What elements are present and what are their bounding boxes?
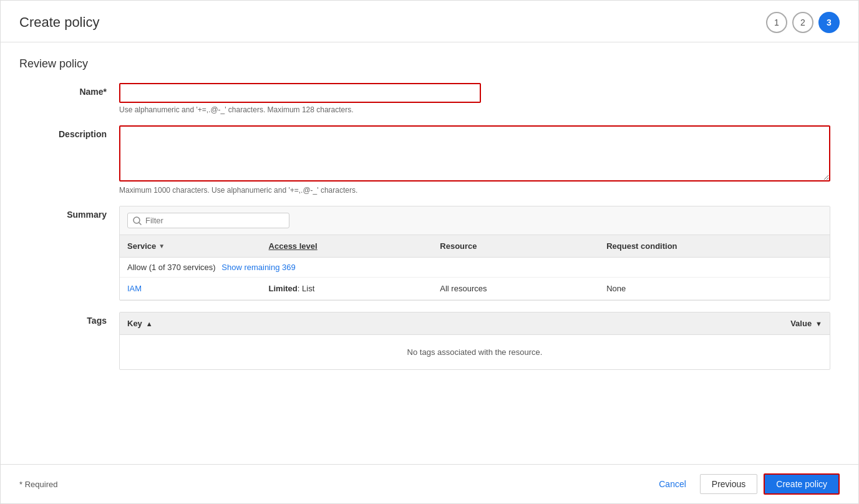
sort-arrow-icon: ▼ xyxy=(158,243,165,250)
name-field-container: Use alphanumeric and '+=,.@-_' character… xyxy=(119,83,840,114)
description-field-container: Maximum 1000 characters. Use alphanumeri… xyxy=(119,125,840,195)
key-column-header[interactable]: Key ▲ xyxy=(120,313,475,335)
value-column-header[interactable]: Value ▼ xyxy=(475,313,830,335)
main-content: Review policy Name* Use alphanumeric and… xyxy=(1,42,858,464)
tags-row: Tags Key ▲ xyxy=(19,312,840,370)
allow-cell: Allow (1 of 370 services) Show remaining… xyxy=(120,258,830,278)
summary-row: Summary xyxy=(19,206,840,301)
description-row: Description Maximum 1000 characters. Use… xyxy=(19,125,840,195)
no-tags-message: No tags associated with the resource. xyxy=(120,335,830,370)
filter-bar xyxy=(120,206,830,235)
footer-buttons: Cancel Previous Create policy xyxy=(651,473,840,495)
sort-asc-icon: ▲ xyxy=(146,320,153,327)
section-title: Review policy xyxy=(19,57,840,70)
step-2: 2 xyxy=(792,12,813,33)
tags-container: Key ▲ Value ▼ xyxy=(119,312,830,370)
resource-cell: All resources xyxy=(432,278,599,300)
resource-column-header: Resource xyxy=(432,235,599,258)
search-icon xyxy=(133,216,142,225)
access-level-cell: Limited: List xyxy=(261,278,433,300)
iam-link[interactable]: IAM xyxy=(127,284,142,293)
step-3: 3 xyxy=(818,12,840,33)
access-level-column-header[interactable]: Access level xyxy=(261,235,433,258)
summary-table: Service ▼ Access level Resource xyxy=(120,235,830,300)
table-row: IAM Limited: List All resources None xyxy=(120,278,830,300)
show-remaining-link[interactable]: Show remaining 369 xyxy=(221,263,296,272)
summary-container: Service ▼ Access level Resource xyxy=(119,206,830,301)
step-1: 1 xyxy=(766,12,787,33)
description-hint: Maximum 1000 characters. Use alphanumeri… xyxy=(119,186,840,195)
step-indicators: 1 2 3 xyxy=(766,12,840,33)
page-header: Create policy 1 2 3 xyxy=(1,1,858,42)
name-input[interactable] xyxy=(119,83,481,103)
description-label: Description xyxy=(19,125,119,195)
allow-row: Allow (1 of 370 services) Show remaining… xyxy=(120,258,830,278)
cancel-button[interactable]: Cancel xyxy=(651,475,694,493)
service-cell: IAM xyxy=(120,278,261,300)
request-condition-cell: None xyxy=(599,278,830,300)
create-policy-button[interactable]: Create policy xyxy=(764,473,840,495)
request-condition-column-header: Request condition xyxy=(599,235,830,258)
name-label: Name* xyxy=(19,83,119,114)
previous-button[interactable]: Previous xyxy=(700,474,757,494)
service-column-header[interactable]: Service ▼ xyxy=(120,235,261,258)
sort-desc-icon: ▼ xyxy=(815,320,822,327)
tags-table: Key ▲ Value ▼ xyxy=(120,313,830,369)
filter-input-wrap[interactable] xyxy=(127,213,289,228)
footer: * Required Cancel Previous Create policy xyxy=(1,464,858,503)
page-title: Create policy xyxy=(19,14,99,31)
summary-label: Summary xyxy=(19,206,119,301)
no-tags-row: No tags associated with the resource. xyxy=(120,335,830,370)
filter-input[interactable] xyxy=(145,216,284,225)
tags-label: Tags xyxy=(19,312,119,370)
description-textarea[interactable] xyxy=(119,125,830,182)
required-note: * Required xyxy=(19,480,57,489)
name-hint: Use alphanumeric and '+=,.@-_' character… xyxy=(119,105,840,114)
name-row: Name* Use alphanumeric and '+=,.@-_' cha… xyxy=(19,83,840,114)
svg-line-1 xyxy=(139,223,141,225)
